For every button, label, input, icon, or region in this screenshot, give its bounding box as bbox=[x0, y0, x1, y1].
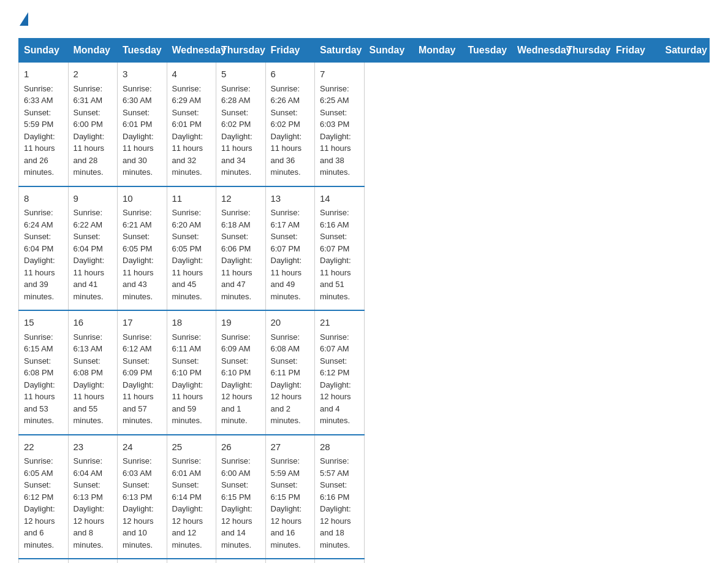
daylight-text: Daylight: 11 hoursand 28 minutes. bbox=[74, 132, 105, 177]
calendar-cell bbox=[216, 559, 266, 563]
sunrise-text: Sunrise: 6:31 AM bbox=[74, 84, 103, 105]
calendar-cell: 12Sunrise: 6:18 AMSunset: 6:06 PMDayligh… bbox=[216, 186, 266, 311]
sunset-text: Sunset: 6:00 PM bbox=[74, 108, 103, 129]
calendar-cell: 22Sunrise: 6:05 AMSunset: 6:12 PMDayligh… bbox=[19, 435, 69, 559]
calendar-week-4: 22Sunrise: 6:05 AMSunset: 6:12 PMDayligh… bbox=[19, 435, 710, 559]
calendar-cell: 16Sunrise: 6:13 AMSunset: 6:08 PMDayligh… bbox=[68, 310, 118, 435]
calendar-week-3: 15Sunrise: 6:15 AMSunset: 6:08 PMDayligh… bbox=[19, 310, 710, 435]
day-header-tuesday: Tuesday bbox=[118, 39, 167, 63]
sunset-text: Sunset: 6:02 PM bbox=[271, 108, 300, 129]
sunrise-text: Sunrise: 6:24 AM bbox=[24, 208, 53, 229]
sunset-text: Sunset: 6:12 PM bbox=[24, 480, 53, 502]
sunrise-text: Sunrise: 6:18 AM bbox=[221, 208, 251, 229]
calendar-cell: 8Sunrise: 6:24 AMSunset: 6:04 PMDaylight… bbox=[19, 186, 69, 311]
day-number: 7 bbox=[320, 67, 359, 82]
daylight-text: Daylight: 11 hoursand 30 minutes. bbox=[123, 132, 154, 177]
calendar-cell: 27Sunrise: 5:59 AMSunset: 6:15 PMDayligh… bbox=[265, 435, 315, 559]
sunset-text: Sunset: 6:11 PM bbox=[271, 356, 300, 378]
calendar-cell bbox=[118, 559, 167, 563]
sunset-text: Sunset: 6:05 PM bbox=[123, 232, 152, 253]
daylight-text: Daylight: 11 hoursand 59 minutes. bbox=[172, 380, 203, 426]
sunrise-text: Sunrise: 6:33 AM bbox=[24, 84, 53, 105]
calendar-cell: 23Sunrise: 6:04 AMSunset: 6:13 PMDayligh… bbox=[68, 435, 118, 559]
sunset-text: Sunset: 6:09 PM bbox=[123, 356, 152, 378]
sunrise-text: Sunrise: 6:17 AM bbox=[271, 208, 300, 229]
calendar-cell: 13Sunrise: 6:17 AMSunset: 6:07 PMDayligh… bbox=[265, 186, 315, 311]
day-number: 23 bbox=[74, 440, 113, 454]
daylight-text: Daylight: 11 hoursand 32 minutes. bbox=[172, 132, 203, 177]
day-number: 12 bbox=[221, 192, 260, 206]
day-number: 26 bbox=[221, 440, 260, 454]
sunrise-text: Sunrise: 6:08 AM bbox=[271, 332, 300, 354]
sunrise-text: Sunrise: 6:25 AM bbox=[320, 84, 349, 105]
day-header-saturday: Saturday bbox=[315, 39, 365, 63]
daylight-text: Daylight: 11 hoursand 39 minutes. bbox=[24, 256, 55, 301]
daylight-text: Daylight: 11 hoursand 38 minutes. bbox=[320, 132, 351, 177]
sunrise-text: Sunrise: 6:22 AM bbox=[74, 208, 103, 229]
calendar-cell: 29Sunrise: 5:56 AMSunset: 6:17 PMDayligh… bbox=[19, 559, 69, 563]
daylight-text: Daylight: 11 hoursand 41 minutes. bbox=[74, 256, 105, 301]
calendar-cell: 24Sunrise: 6:03 AMSunset: 6:13 PMDayligh… bbox=[118, 435, 167, 559]
daylight-text: Daylight: 11 hoursand 51 minutes. bbox=[320, 256, 351, 301]
sunrise-text: Sunrise: 6:29 AM bbox=[172, 84, 202, 105]
calendar-cell: 14Sunrise: 6:16 AMSunset: 6:07 PMDayligh… bbox=[315, 186, 365, 311]
sunset-text: Sunset: 6:04 PM bbox=[74, 232, 103, 253]
day-number: 13 bbox=[271, 192, 310, 206]
daylight-text: Daylight: 11 hoursand 26 minutes. bbox=[24, 132, 55, 177]
daylight-text: Daylight: 12 hoursand 6 minutes. bbox=[24, 504, 55, 550]
sunrise-text: Sunrise: 6:11 AM bbox=[172, 332, 202, 354]
calendar-cell: 19Sunrise: 6:09 AMSunset: 6:10 PMDayligh… bbox=[216, 310, 266, 435]
sunrise-text: Sunrise: 6:04 AM bbox=[74, 456, 103, 478]
day-number: 10 bbox=[123, 192, 162, 206]
day-number: 20 bbox=[271, 316, 310, 330]
sunrise-text: Sunrise: 6:13 AM bbox=[74, 332, 103, 354]
sunrise-text: Sunrise: 6:26 AM bbox=[271, 84, 300, 105]
sunrise-text: Sunrise: 6:05 AM bbox=[24, 456, 53, 478]
sunrise-text: Sunrise: 6:09 AM bbox=[221, 332, 251, 354]
sunset-text: Sunset: 6:08 PM bbox=[24, 356, 53, 378]
day-header-monday: Monday bbox=[414, 39, 463, 63]
day-number: 19 bbox=[221, 316, 260, 330]
daylight-text: Daylight: 12 hoursand 1 minute. bbox=[221, 380, 252, 426]
day-header-friday: Friday bbox=[611, 39, 661, 63]
sunset-text: Sunset: 6:15 PM bbox=[221, 480, 251, 502]
calendar-cell: 25Sunrise: 6:01 AMSunset: 6:14 PMDayligh… bbox=[167, 435, 216, 559]
calendar-cell: 28Sunrise: 5:57 AMSunset: 6:16 PMDayligh… bbox=[315, 435, 365, 559]
calendar-cell bbox=[315, 559, 365, 563]
sunrise-text: Sunrise: 5:59 AM bbox=[271, 456, 300, 478]
calendar-cell bbox=[265, 559, 315, 563]
sunrise-text: Sunrise: 6:12 AM bbox=[123, 332, 152, 354]
daylight-text: Daylight: 11 hoursand 53 minutes. bbox=[24, 380, 55, 426]
sunset-text: Sunset: 6:05 PM bbox=[172, 232, 202, 253]
day-number: 18 bbox=[172, 316, 211, 330]
sunset-text: Sunset: 6:03 PM bbox=[320, 108, 349, 129]
daylight-text: Daylight: 12 hoursand 8 minutes. bbox=[74, 504, 105, 550]
day-number: 27 bbox=[271, 440, 310, 454]
daylight-text: Daylight: 11 hoursand 34 minutes. bbox=[221, 132, 252, 177]
calendar-cell: 11Sunrise: 6:20 AMSunset: 6:05 PMDayligh… bbox=[167, 186, 216, 311]
sunset-text: Sunset: 6:07 PM bbox=[271, 232, 300, 253]
day-header-tuesday: Tuesday bbox=[463, 39, 512, 63]
calendar-table: SundayMondayTuesdayWednesdayThursdayFrid… bbox=[18, 38, 710, 563]
sunset-text: Sunset: 6:08 PM bbox=[74, 356, 103, 378]
day-number: 28 bbox=[320, 440, 359, 454]
sunrise-text: Sunrise: 6:28 AM bbox=[221, 84, 251, 105]
sunrise-text: Sunrise: 6:03 AM bbox=[123, 456, 152, 478]
daylight-text: Daylight: 12 hoursand 12 minutes. bbox=[172, 504, 203, 550]
calendar-cell: 1Sunrise: 6:33 AMSunset: 5:59 PMDaylight… bbox=[19, 63, 69, 186]
sunrise-text: Sunrise: 6:21 AM bbox=[123, 208, 152, 229]
day-number: 6 bbox=[271, 67, 310, 82]
day-number: 24 bbox=[123, 440, 162, 454]
calendar-cell: 2Sunrise: 6:31 AMSunset: 6:00 PMDaylight… bbox=[68, 63, 118, 186]
sunset-text: Sunset: 6:07 PM bbox=[320, 232, 349, 253]
sunrise-text: Sunrise: 6:30 AM bbox=[123, 84, 152, 105]
calendar-cell: 30Sunrise: 5:55 AMSunset: 6:17 PMDayligh… bbox=[68, 559, 118, 563]
day-number: 15 bbox=[24, 316, 63, 330]
day-header-wednesday: Wednesday bbox=[512, 39, 562, 63]
sunset-text: Sunset: 6:14 PM bbox=[172, 480, 202, 502]
calendar-cell: 20Sunrise: 6:08 AMSunset: 6:11 PMDayligh… bbox=[265, 310, 315, 435]
day-header-thursday: Thursday bbox=[216, 39, 266, 63]
day-number: 17 bbox=[123, 316, 162, 330]
sunrise-text: Sunrise: 6:20 AM bbox=[172, 208, 202, 229]
calendar-cell: 21Sunrise: 6:07 AMSunset: 6:12 PMDayligh… bbox=[315, 310, 365, 435]
